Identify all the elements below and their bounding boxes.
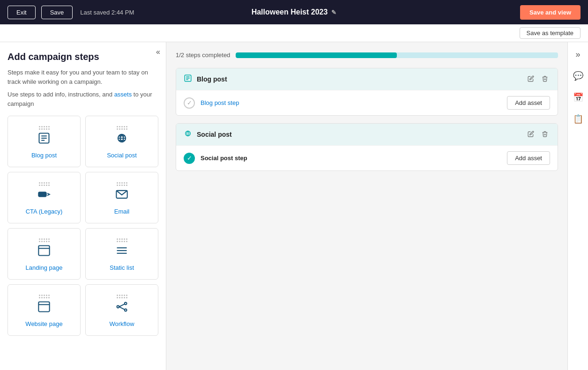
step-header-icon-social-post-step (184, 129, 192, 140)
asset-card-workflow[interactable]: Workflow (85, 284, 158, 336)
exit-button[interactable]: Exit (7, 6, 36, 19)
chat-icon-button[interactable]: 💬 (571, 69, 585, 83)
svg-line-21 (119, 307, 125, 310)
email-icon (115, 188, 128, 204)
drag-dots (117, 126, 127, 130)
email-label: Email (114, 208, 130, 215)
step-name-social-post-step: Social post step (201, 155, 501, 162)
progress-row: 1/2 steps completed (176, 52, 558, 59)
drag-dots (39, 295, 50, 298)
campaign-title: Halloween Heist 2023 (252, 8, 328, 16)
list-icon: 📋 (573, 114, 583, 124)
add-asset-button-social-post-step[interactable]: Add asset (507, 151, 550, 165)
sidebar-collapse-button[interactable]: « (156, 48, 160, 56)
edit-step-button-social-post-step[interactable] (526, 130, 536, 140)
sidebar-desc1: Steps make it easy for you and your team… (7, 68, 158, 86)
drag-dots (39, 238, 50, 242)
workflow-icon (115, 300, 128, 317)
left-sidebar: « Add campaign steps Steps make it easy … (0, 42, 166, 370)
website-page-label: Website page (25, 320, 62, 327)
social-post-label: Social post (107, 152, 137, 159)
step-card-social-post-step: Social post ✓ Social post step Add asset (176, 123, 558, 171)
asset-card-blog-post[interactable]: Blog post (7, 116, 81, 167)
step-row-social-post-step: ✓ Social post step Add asset (176, 145, 558, 170)
right-sidebar-collapse-button[interactable]: » (573, 48, 582, 61)
step-header-title-social-post-step: Social post (197, 131, 521, 138)
navbar: Exit Save Last saved 2:44 PM Halloween H… (0, 0, 588, 24)
blog-post-label: Blog post (31, 152, 57, 159)
step-header-title-blog-post-step: Blog post (197, 75, 521, 83)
delete-step-button-blog-post-step[interactable] (540, 74, 550, 84)
step-header-actions-blog-post-step (526, 74, 550, 84)
right-sidebar: » 💬 📅 📋 (567, 42, 588, 370)
svg-point-18 (125, 303, 127, 305)
svg-point-17 (117, 306, 119, 308)
main-layout: « Add campaign steps Steps make it easy … (0, 42, 588, 370)
calendar-icon: 📅 (573, 93, 583, 102)
svg-point-19 (125, 309, 127, 311)
social-post-icon (115, 132, 128, 148)
step-header-icon-blog-post-step (184, 74, 192, 84)
landing-page-icon (37, 244, 51, 260)
asset-card-website-page[interactable]: Website page (7, 284, 81, 336)
edit-step-button-blog-post-step[interactable] (526, 74, 536, 84)
asset-card-static-list[interactable]: Static list (85, 228, 158, 280)
static-list-icon (115, 244, 128, 260)
step-check-completed: ✓ (184, 153, 195, 164)
svg-line-20 (119, 304, 125, 307)
landing-page-label: Landing page (26, 264, 63, 271)
add-asset-button-blog-post-step[interactable]: Add asset (507, 96, 550, 110)
last-saved-text: Last saved 2:44 PM (80, 9, 134, 16)
blog-post-icon (37, 132, 51, 148)
delete-step-button-social-post-step[interactable] (540, 130, 550, 140)
progress-bar-fill (236, 52, 397, 58)
save-button[interactable]: Save (41, 6, 73, 19)
asset-grid: Blog post Social post CTA (Legacy) Email (7, 116, 158, 336)
step-header-social-post-step: Social post (176, 124, 558, 145)
assets-link[interactable]: assets (114, 91, 132, 98)
progress-bar-background (236, 52, 558, 58)
center-content: 1/2 steps completed Blog post (166, 42, 567, 370)
asset-card-landing-page[interactable]: Landing page (7, 228, 81, 280)
step-name-blog-post-step: Blog post step (201, 99, 501, 106)
save-as-template-button[interactable]: Save as template (520, 27, 581, 39)
drag-dots (117, 238, 127, 242)
subheader: Save as template (0, 24, 588, 42)
drag-dots (117, 295, 127, 298)
workflow-label: Workflow (109, 320, 134, 327)
list-icon-button[interactable]: 📋 (571, 112, 585, 126)
step-cards-container: Blog post ✓ Blog post step Add asset S (176, 68, 558, 171)
step-row-blog-post-step: ✓ Blog post step Add asset (176, 90, 558, 115)
drag-dots (117, 182, 127, 186)
save-and-view-button[interactable]: Save and view (520, 5, 581, 20)
svg-rect-4 (38, 192, 46, 196)
cta-legacy-label: CTA (Legacy) (26, 208, 63, 215)
step-header-blog-post-step: Blog post (176, 68, 558, 90)
chat-icon: 💬 (573, 71, 583, 81)
asset-card-cta-legacy[interactable]: CTA (Legacy) (7, 172, 81, 223)
step-card-blog-post-step: Blog post ✓ Blog post step Add asset (176, 68, 558, 116)
drag-dots (39, 126, 50, 130)
progress-text: 1/2 steps completed (176, 52, 230, 59)
edit-title-icon[interactable]: ✎ (331, 9, 336, 16)
static-list-label: Static list (110, 264, 134, 271)
step-check-pending: ✓ (184, 97, 195, 109)
asset-card-email[interactable]: Email (85, 172, 158, 223)
campaign-title-area: Halloween Heist 2023 ✎ (252, 8, 337, 16)
drag-dots (39, 182, 50, 186)
cta-legacy-icon (37, 188, 51, 204)
sidebar-title: Add campaign steps (7, 52, 158, 62)
website-page-icon (37, 300, 51, 317)
calendar-icon-button[interactable]: 📅 (571, 90, 585, 104)
step-header-actions-social-post-step (526, 130, 550, 140)
asset-card-social-post[interactable]: Social post (85, 116, 158, 167)
svg-rect-6 (38, 246, 49, 256)
sidebar-desc2: Use steps to add info, instructions, and… (7, 90, 158, 108)
svg-rect-13 (38, 302, 49, 312)
